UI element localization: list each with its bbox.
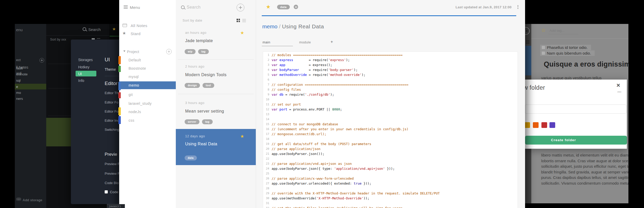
settings-preview-item[interactable]: Preview F — [105, 162, 120, 166]
project-collapse-icon[interactable] — [123, 50, 125, 52]
note-title[interactable]: Mean server setting — [185, 109, 224, 114]
code-line[interactable]: 2var express = require('express'); — [263, 57, 518, 62]
list-view-icon[interactable] — [242, 19, 246, 22]
code-line[interactable]: 26// parse application/x-www-form-urlenc… — [263, 176, 518, 181]
code-line[interactable]: 1// modules ============================… — [263, 53, 518, 57]
note-title[interactable]: Jade template — [185, 38, 213, 43]
grid-view-icon[interactable] — [237, 19, 240, 22]
dark-sort-selector[interactable]: Sort by xxx — [50, 38, 66, 41]
settings-checkbox[interactable] — [105, 190, 108, 193]
code-line[interactable]: 14 — [263, 117, 518, 122]
folder-item[interactable]: mysql — [129, 75, 139, 79]
code-line[interactable]: 16// (uncomment after you enter in your … — [263, 127, 518, 132]
note-star-icon[interactable]: ★ — [240, 30, 244, 36]
code-line[interactable]: 8// config files — [263, 87, 518, 92]
code-line[interactable]: 31 — [263, 201, 518, 206]
dark-folder-item-selected[interactable]: e — [15, 84, 46, 89]
tab-main[interactable]: main — [263, 40, 270, 44]
note-title[interactable]: Using Real Data — [185, 142, 217, 146]
add-storage-button[interactable]: Add storage — [23, 198, 42, 202]
settings-editor-item[interactable]: Switching — [105, 128, 119, 132]
folder-item[interactable]: css — [129, 118, 135, 122]
dark-folder-item[interactable]: sql — [16, 79, 21, 82]
tag-pill[interactable]: design — [185, 83, 200, 88]
dark-add-folder-icon[interactable] — [39, 58, 44, 63]
settings-menu-item[interactable]: Storages — [78, 58, 93, 62]
settings-preview-item[interactable]: Preview F — [105, 172, 120, 176]
secondary-new-note-button[interactable] — [525, 27, 530, 35]
code-line[interactable]: 11// set our port — [263, 102, 518, 107]
tag-pill[interactable]: data — [185, 155, 197, 160]
code-line[interactable]: 3var app = express(); — [263, 62, 518, 67]
code-line[interactable]: 22 — [263, 156, 518, 161]
menu-button[interactable]: Menu — [130, 5, 140, 10]
project-header[interactable]: Project — [127, 50, 139, 54]
breadcrumb-folder[interactable]: memo — [262, 23, 277, 29]
code-line[interactable]: 27app.use(bodyParser.urlencoded({ extend… — [263, 181, 518, 186]
create-folder-button[interactable]: Create folder — [525, 136, 627, 145]
code-line[interactable]: 7// configuration ======================… — [263, 82, 518, 87]
secondary-star-icon[interactable]: ☆ — [541, 27, 546, 33]
code-line[interactable]: 23// parse application/vnd.api+json as j… — [263, 161, 518, 166]
code-line[interactable]: 9var db = require('./config/db'); — [263, 92, 518, 97]
folder-item[interactable]: nodeJs — [129, 110, 141, 114]
search-input[interactable]: Search — [187, 5, 201, 10]
code-line[interactable]: 15// connect to our mongoDB database — [263, 122, 518, 127]
dark-menu-button[interactable]: enu — [16, 28, 23, 32]
note-tag-badge[interactable]: data — [277, 5, 290, 9]
hamburger-menu-icon[interactable] — [124, 5, 128, 9]
tag-pill[interactable]: server — [185, 119, 199, 124]
note-options-icon[interactable] — [518, 4, 518, 9]
code-editor[interactable]: 1// modules ============================… — [263, 51, 518, 208]
settings-editor-item[interactable]: Editor Th — [105, 91, 118, 95]
sidebar-item-all-notes[interactable]: All Notes — [131, 23, 147, 28]
tab-module[interactable]: module — [299, 40, 311, 44]
tag-pill[interactable]: wip — [185, 49, 196, 54]
settings-preview-item[interactable]: Code Blo — [105, 181, 118, 185]
checkbox[interactable] — [541, 51, 545, 55]
code-line[interactable]: 28 — [263, 186, 518, 191]
tag-pill[interactable]: tool — [203, 83, 214, 88]
folder-color-swatch[interactable] — [525, 122, 530, 128]
sort-selector[interactable]: Sort by date — [183, 18, 202, 22]
folder-item[interactable]: git — [129, 93, 133, 97]
code-line[interactable]: 17// mongoose.connect(db.url); — [263, 132, 518, 136]
dark-folder-item[interactable]: ners — [16, 97, 23, 101]
note-star-toggle[interactable]: ★ — [266, 4, 271, 10]
note-title[interactable]: Modern Design Tools — [185, 73, 227, 77]
folder-item[interactable]: Boostnote — [129, 66, 146, 70]
code-line[interactable]: 5var methodOverride = require('method-ov… — [263, 72, 518, 77]
dark-search-input[interactable]: Search — [88, 27, 101, 32]
code-line[interactable]: 10 — [263, 97, 518, 102]
code-line[interactable]: 13 — [263, 112, 518, 117]
secondary-selected-note[interactable] — [525, 46, 531, 75]
code-line[interactable]: 20// parse application/json — [263, 146, 518, 151]
folder-item-selected[interactable] — [119, 81, 176, 89]
new-note-button[interactable] — [237, 4, 244, 11]
folder-item[interactable]: laravel_study — [129, 101, 152, 106]
add-folder-button[interactable] — [166, 49, 172, 54]
code-line[interactable]: 30app.use(methodOverride('X-HTTP-Method-… — [263, 196, 518, 201]
code-line[interactable]: 21app.use(bodyParser.json()); — [263, 151, 518, 156]
secondary-list-view-icon[interactable] — [526, 40, 529, 44]
sidebar-item-starred[interactable]: Stard — [131, 31, 140, 36]
code-line[interactable]: 29// override with the X-HTTP-Method-Ove… — [263, 191, 518, 196]
code-line[interactable]: 25 — [263, 171, 518, 176]
settings-editor-item[interactable]: Editor Fo — [105, 109, 118, 113]
checkbox[interactable] — [541, 46, 545, 49]
settings-menu-item[interactable]: Hotkey — [78, 65, 90, 69]
code-line[interactable]: 4var bodyParser = require('body-parser')… — [263, 67, 518, 72]
folder-color-swatch[interactable] — [541, 122, 547, 128]
code-line[interactable]: 32// set the static files location /publ… — [263, 206, 518, 208]
folder-color-swatch[interactable] — [549, 122, 555, 128]
add-tag-button[interactable] — [294, 5, 298, 9]
code-line[interactable]: 18 — [263, 136, 518, 141]
settings-menu-item[interactable]: Info — [78, 79, 84, 83]
secondary-add-tag-input[interactable]: Add tag... — [549, 29, 565, 32]
tag-pill[interactable]: tag — [202, 119, 213, 124]
note-title[interactable]: Using Real Data — [282, 23, 324, 29]
code-line[interactable]: 12var port = process.env.PORT || 8080; — [263, 107, 518, 112]
close-icon[interactable]: × — [616, 82, 620, 89]
dark-folder-item[interactable]: mo — [16, 91, 21, 95]
settings-editor-item[interactable]: Editor Fo — [105, 100, 118, 104]
